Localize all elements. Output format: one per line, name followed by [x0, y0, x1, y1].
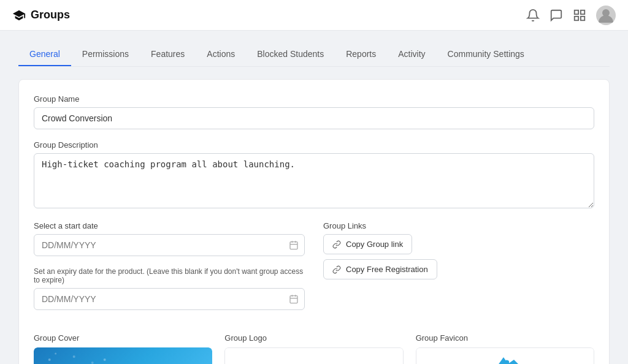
tab-actions[interactable]: Actions [196, 43, 246, 66]
top-navigation: Groups [0, 0, 628, 31]
group-logo-section: Group Logo [224, 333, 403, 364]
svg-point-14 [55, 353, 56, 355]
copy-free-reg-label: Copy Free Registration [346, 265, 428, 274]
tab-bar: General Permissions Features Actions Blo… [18, 43, 610, 67]
svg-point-17 [73, 355, 75, 358]
group-name-field: Group Name [34, 94, 594, 129]
link-icon-2 [332, 265, 341, 274]
nav-brand: Groups [12, 9, 70, 22]
svg-point-13 [48, 358, 51, 361]
start-date-label: Select a start date [34, 221, 305, 230]
tab-features[interactable]: Features [140, 43, 196, 66]
bell-icon[interactable] [526, 9, 540, 22]
start-date-field: Select a start date [34, 221, 305, 256]
favicon-image [416, 347, 594, 364]
svg-rect-2 [581, 16, 584, 20]
cover-dots-pattern [34, 347, 212, 364]
group-favicon-section: Group Favicon [416, 333, 594, 364]
group-description-field: Group Description High-ticket coaching p… [34, 140, 594, 210]
expiry-date-wrap [34, 288, 305, 310]
expiry-date-field: Set an expiry date for the product. (Lea… [34, 267, 305, 310]
cover-preview[interactable]: crowd conversion [34, 347, 212, 364]
chat-icon[interactable] [550, 9, 563, 22]
svg-point-28 [104, 358, 106, 361]
tab-blocked-students[interactable]: Blocked Students [246, 43, 335, 66]
avatar[interactable] [596, 6, 616, 25]
group-links-col: Group Links Copy Group link [323, 221, 594, 321]
tab-permissions[interactable]: Permissions [71, 43, 140, 66]
group-links-section: Copy Group link Copy Free Registration [323, 234, 594, 279]
dates-col: Select a start date Set an expiry date f… [34, 221, 305, 321]
link-icon-1 [332, 240, 341, 249]
copy-group-link-button[interactable]: Copy Group link [323, 234, 412, 254]
start-date-input[interactable] [34, 234, 305, 256]
arrow-up-right-icon [483, 354, 526, 364]
app-title: Groups [31, 9, 70, 21]
logo-image: crowd conversion [224, 347, 403, 364]
nav-actions [526, 6, 616, 25]
svg-rect-3 [575, 16, 578, 20]
copy-free-registration-button[interactable]: Copy Free Registration [323, 259, 437, 279]
tab-reports[interactable]: Reports [335, 43, 387, 66]
expiry-label: Set an expiry date for the product. (Lea… [34, 267, 305, 284]
date-links-row: Select a start date Set an expiry date f… [34, 221, 594, 321]
favicon-label: Group Favicon [416, 333, 594, 343]
graduation-cap-icon [12, 9, 26, 22]
logo-preview[interactable]: crowd conversion [224, 347, 403, 364]
start-date-wrap [34, 234, 305, 256]
images-row: Group Cover [34, 333, 594, 364]
tab-community-settings[interactable]: Community Settings [437, 43, 535, 66]
group-name-input[interactable] [34, 107, 594, 129]
favicon-preview[interactable] [416, 347, 594, 364]
group-description-input[interactable]: High-ticket coaching program all about l… [34, 153, 594, 208]
grid-icon[interactable] [573, 9, 586, 22]
group-description-label: Group Description [34, 140, 594, 150]
cover-image: crowd conversion [34, 347, 212, 364]
group-links-label: Group Links [323, 221, 594, 230]
svg-rect-1 [581, 10, 584, 13]
svg-point-26 [91, 362, 94, 364]
main-content: General Permissions Features Actions Blo… [0, 31, 628, 364]
tab-general[interactable]: General [18, 43, 71, 66]
copy-group-link-label: Copy Group link [346, 240, 403, 249]
tab-activity[interactable]: Activity [387, 43, 436, 66]
expiry-date-input[interactable] [34, 288, 305, 310]
cover-label: Group Cover [34, 333, 212, 343]
logo-section-label: Group Logo [224, 333, 403, 343]
svg-rect-0 [575, 10, 578, 13]
group-cover-section: Group Cover [34, 333, 212, 364]
form-card: Group Name Group Description High-ticket… [18, 79, 610, 364]
group-name-label: Group Name [34, 94, 594, 104]
